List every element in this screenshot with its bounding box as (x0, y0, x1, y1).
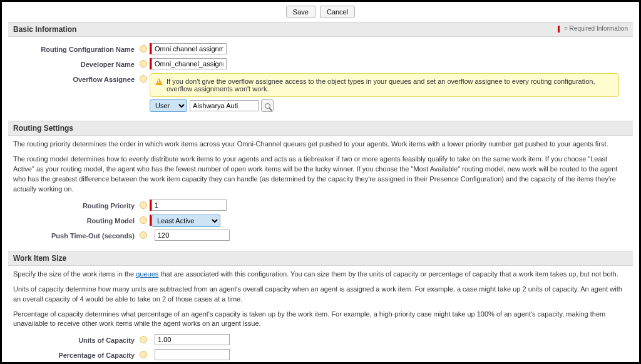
row-percentage-capacity: Percentage of Capacity (13, 349, 628, 361)
row-developer-name: Developer Name (13, 58, 628, 71)
developer-name-input[interactable] (151, 58, 227, 69)
row-routing-model: Routing Model Least Active (13, 215, 628, 227)
row-push-timeout: Push Time-Out (seconds) (13, 230, 628, 242)
label-percentage-capacity: Percentage of Capacity (13, 349, 138, 361)
section-header-basic: Basic Information = Required Information (8, 22, 633, 37)
routing-desc-2: The routing model determines how to even… (13, 154, 628, 195)
workitem-desc-1: Specify the size of the work items in th… (13, 270, 628, 280)
search-icon (265, 103, 270, 109)
workitem-desc-1a: Specify the size of the work items in th… (13, 270, 136, 278)
help-icon[interactable] (140, 45, 147, 53)
section-body-workitem: Specify the size of the work items in th… (8, 266, 633, 364)
workitem-desc-2: Units of capacity determine how many uni… (13, 285, 628, 305)
help-icon[interactable] (140, 216, 147, 224)
help-icon[interactable] (140, 75, 147, 83)
overflow-type-select[interactable]: User (150, 99, 187, 112)
label-developer-name: Developer Name (13, 58, 138, 71)
routing-desc-1: The routing priority determines the orde… (13, 139, 628, 149)
warning-icon (155, 78, 163, 85)
row-overflow-assignee: Overflow Assignee If you don't give the … (13, 73, 628, 112)
section-body-basic: Routing Configuration Name Developer Nam… (8, 37, 633, 121)
required-legend-text: = Required Information (564, 25, 628, 32)
label-routing-priority: Routing Priority (13, 200, 138, 212)
overflow-warning-text: If you don't give the overflow assignee … (167, 78, 613, 93)
section-body-routing: The routing priority determines the orde… (8, 136, 633, 251)
routing-priority-input[interactable] (151, 200, 227, 211)
help-icon[interactable] (140, 351, 147, 358)
help-icon[interactable] (140, 60, 147, 68)
top-button-row: Save Cancel (8, 6, 633, 18)
help-icon[interactable] (140, 336, 147, 343)
help-icon[interactable] (140, 231, 147, 239)
section-title-basic: Basic Information (13, 25, 76, 34)
lookup-button[interactable] (261, 99, 274, 112)
percentage-capacity-input[interactable] (155, 349, 230, 360)
row-units-capacity: Units of Capacity (13, 334, 628, 346)
page-container: Save Cancel Basic Information = Required… (0, 0, 641, 364)
label-routing-config-name: Routing Configuration Name (13, 43, 138, 56)
overflow-user-input[interactable] (190, 100, 259, 111)
label-units-capacity: Units of Capacity (13, 334, 138, 346)
workitem-desc-3: Percentage of capacity determines what p… (13, 310, 628, 330)
cancel-button[interactable]: Cancel (320, 6, 355, 18)
section-title-workitem: Work Item Size (13, 254, 66, 263)
section-header-routing: Routing Settings (8, 121, 633, 136)
label-push-timeout: Push Time-Out (seconds) (13, 230, 138, 242)
queues-link[interactable]: queues (136, 270, 158, 278)
units-capacity-input[interactable] (155, 334, 230, 345)
label-overflow-assignee: Overflow Assignee (13, 73, 138, 86)
push-timeout-input[interactable] (155, 230, 230, 241)
required-bar-icon (558, 26, 560, 33)
section-title-routing: Routing Settings (13, 124, 73, 133)
routing-config-name-input[interactable] (151, 43, 227, 54)
required-legend: = Required Information (558, 25, 628, 33)
routing-model-select[interactable]: Least Active (151, 215, 220, 227)
workitem-desc-1b: that are associated with this configurat… (158, 270, 618, 278)
overflow-warning-box: If you don't give the overflow assignee … (150, 73, 619, 97)
help-icon[interactable] (140, 201, 147, 209)
save-button[interactable]: Save (286, 6, 315, 18)
row-routing-config-name: Routing Configuration Name (13, 43, 628, 56)
label-routing-model: Routing Model (13, 215, 138, 227)
section-header-workitem: Work Item Size (8, 251, 633, 266)
row-routing-priority: Routing Priority (13, 200, 628, 212)
